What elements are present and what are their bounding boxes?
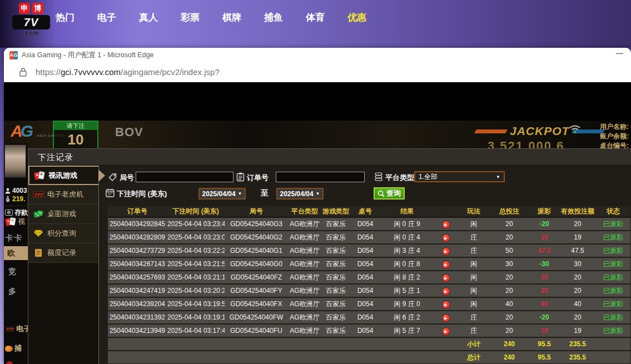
date-from-value: 2025/04/04 [202, 190, 236, 198]
sidebar-item-0[interactable]: K9视讯游戏 [28, 166, 98, 185]
sidebar-item-1[interactable]: 777电子老虎机 [28, 185, 98, 205]
play-video-icon[interactable]: ▶ [443, 221, 450, 228]
play-cell: ▶ [434, 311, 458, 324]
logo-main-text: 7V [12, 15, 50, 29]
bg-jing-item[interactable]: 竞 [5, 267, 16, 277]
cell: 庄 [458, 324, 489, 337]
cell: 百家乐 [321, 244, 350, 257]
cell: 闲 8 庄 2 [380, 271, 434, 284]
wifi-icon [568, 123, 582, 134]
logo-sub-text: .com [12, 29, 50, 36]
address-bar[interactable]: https://gci.7vvvvvv.com/agingame/pcv2/in… [4, 62, 631, 82]
sidebar-item-3[interactable]: 积分查询 [28, 224, 98, 243]
deposit-button[interactable]: $ 存款 [5, 206, 28, 217]
table-row: 2504040342392042025-04-04 03:19:50GD0542… [108, 297, 630, 311]
summary-cell [288, 351, 321, 364]
url-path: /agingame/pcv2/index.jsp? [121, 67, 220, 77]
logo-tile-shen: 申 [19, 3, 30, 14]
order-input[interactable] [276, 172, 365, 182]
play-video-icon[interactable]: ▶ [443, 315, 450, 322]
summary-cell [108, 337, 167, 351]
cell: 20 [489, 217, 529, 231]
cell: AG欧洲厅 [288, 284, 321, 297]
play-video-icon[interactable]: ▶ [443, 328, 450, 335]
nav-item-5[interactable]: 捕鱼 [264, 11, 283, 24]
play-cell: ▶ [434, 284, 458, 297]
dice-icon [33, 210, 44, 218]
round-filter-label: 局号 [120, 173, 134, 183]
column-header [434, 206, 458, 217]
play-video-icon[interactable]: ▶ [443, 275, 450, 282]
jackpot-label: JACKPOT [510, 124, 569, 138]
table-row: 2504040342828092025-04-04 03:23:03GD0542… [108, 231, 630, 244]
balance-value: 219. [12, 195, 25, 203]
cell: 已派彩 [596, 297, 630, 311]
moneybag-icon: $ [5, 196, 11, 202]
bg-duo-item[interactable]: 多 [5, 287, 16, 297]
cell: 已派彩 [596, 311, 630, 324]
search-button[interactable]: 查询 [374, 187, 405, 200]
date-to-picker[interactable]: 2025/04/04 ▼ [276, 188, 324, 200]
cell: 2025-04-04 03:23:47 [167, 217, 225, 231]
gem-icon [33, 230, 44, 237]
bg-slots-label: 电子 [16, 324, 28, 334]
nav-item-6[interactable]: 体育 [306, 11, 325, 24]
round-input[interactable] [136, 172, 233, 182]
cell: 庄 [458, 311, 489, 324]
play-video-icon[interactable]: ▶ [443, 301, 450, 308]
nav-menu: 热门电子真人彩票棋牌捕鱼体育优惠 [56, 0, 366, 35]
nav-item-4[interactable]: 棋牌 [222, 11, 241, 24]
cell: AG欧洲厅 [288, 231, 321, 244]
play-video-icon[interactable]: ▶ [443, 235, 450, 242]
avatar[interactable] [4, 144, 26, 178]
minimize-button[interactable]: — [616, 49, 623, 57]
cell: 19 [529, 324, 559, 337]
cell: 20 [529, 271, 559, 284]
column-header: 结果 [380, 206, 434, 217]
play-video-icon[interactable]: ▶ [443, 288, 450, 295]
cell: 30 [559, 257, 596, 271]
bg-kaka-item[interactable]: 卡卡 [5, 233, 23, 243]
bet-time-label: 下注时间 (美东) [117, 189, 167, 199]
slots-777-icon: 777 [5, 326, 14, 332]
summary-cell [350, 351, 380, 364]
cell: GD054254040G1 [225, 244, 288, 257]
play-cell: ▶ [434, 271, 458, 284]
cell: 19 [529, 231, 559, 244]
sidebar-item-2[interactable]: 桌面游戏 [28, 205, 98, 224]
date-to-label: 至 [261, 188, 269, 198]
sidebar-item-label: 积分查询 [47, 228, 76, 238]
cell: D054 [350, 297, 380, 311]
bg-europe-item-selected[interactable]: 欧 [4, 246, 28, 260]
cell: AG欧洲厅 [288, 297, 321, 311]
nav-item-0[interactable]: 热门 [56, 11, 74, 24]
cell: GD054254040FW [225, 311, 288, 324]
play-video-icon[interactable]: ▶ [443, 248, 450, 255]
play-video-icon[interactable]: ▶ [443, 261, 450, 268]
bg-fishing-item[interactable]: 捕 [5, 343, 22, 353]
cell: 20 [489, 231, 529, 244]
ag-favicon: AG [9, 51, 18, 59]
cell: 250404034273729 [108, 244, 167, 257]
bg-video-games-item[interactable]: K9 视 [5, 217, 25, 227]
nav-item-2[interactable]: 真人 [139, 11, 158, 24]
user-name-label: 用户名称: [600, 122, 629, 132]
nav-item-1[interactable]: 电子 [97, 11, 116, 24]
nav-item-3[interactable]: 彩票 [181, 11, 200, 24]
summary-cell: 235.5 [559, 351, 596, 364]
site-logo[interactable]: 申 博 7V .com [12, 3, 50, 36]
nav-item-7[interactable]: 优惠 [347, 11, 366, 24]
cell: D054 [350, 271, 380, 284]
summary-cell: 总计 [458, 351, 489, 364]
platform-select[interactable]: 1.全部 ▼ [414, 171, 505, 182]
date-from-picker[interactable]: 2025/04/04 ▼ [198, 188, 246, 200]
game-video-strip: A G ASIA GAMING 请下注 10 BOV JACKPOT 3,521… [4, 121, 631, 150]
jackpot-stripe-left [474, 129, 508, 133]
cell: 50 [489, 244, 529, 257]
sidebar-item-4[interactable]: 额度记录 [28, 243, 98, 263]
cell: 20 [529, 284, 559, 297]
bg-slots-item[interactable]: 777 电子 [5, 324, 28, 334]
url-text[interactable]: https://gci.7vvvvvv.com/agingame/pcv2/in… [36, 67, 220, 77]
cell: -20 [529, 311, 559, 324]
cell: D054 [350, 284, 380, 297]
